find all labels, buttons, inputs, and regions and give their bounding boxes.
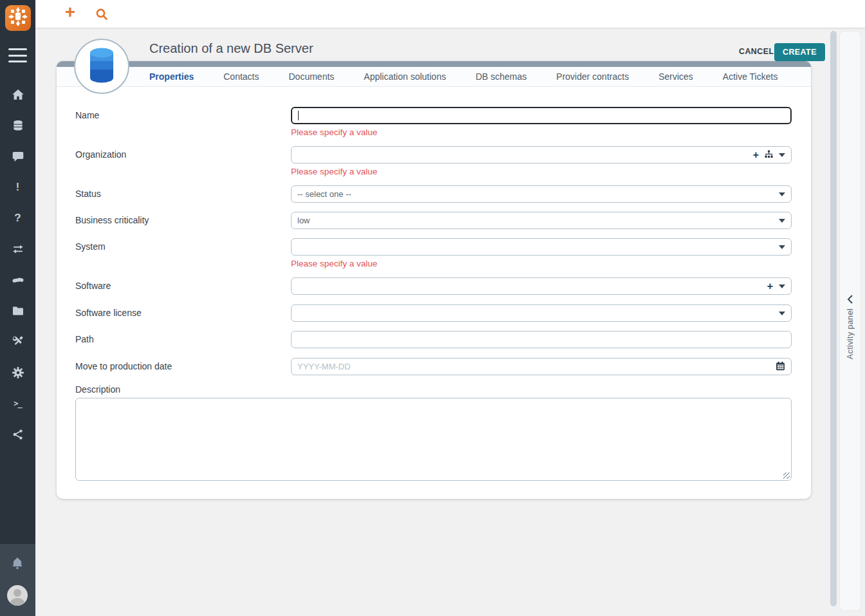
path-input[interactable]	[291, 331, 792, 348]
expand-panel-chevron-icon[interactable]	[846, 294, 854, 307]
menu-toggle-icon[interactable]	[8, 48, 27, 62]
description-textarea[interactable]	[75, 398, 792, 481]
properties-form: Name Please specify a value Organization…	[57, 87, 811, 481]
tab-services[interactable]: Services	[644, 67, 708, 86]
itop-logo-icon	[5, 4, 31, 32]
field-row-organization: Organization +	[75, 146, 792, 185]
tab-documents[interactable]: Documents	[274, 67, 349, 86]
resize-grip[interactable]	[783, 472, 790, 479]
field-row-software-license: Software license	[75, 304, 792, 322]
itop-logo[interactable]	[5, 5, 31, 31]
move-to-production-date-input[interactable]: YYYY-MM-DD	[291, 358, 792, 375]
activity-panel-collapsed[interactable]: Activity panel	[839, 31, 861, 611]
add-icon[interactable]: +	[61, 2, 79, 23]
system-error: Please specify a value	[291, 259, 792, 270]
description-field	[75, 398, 792, 481]
notifications-bell-icon[interactable]	[10, 556, 24, 573]
status-label: Status	[75, 185, 291, 203]
field-row-move-to-production-date: Move to production date YYYY-MM-DD	[75, 358, 792, 375]
software-input[interactable]: +	[291, 277, 792, 295]
cancel-button[interactable]: CANCEL	[735, 46, 777, 57]
description-label: Description	[75, 384, 792, 395]
tab-db-schemas[interactable]: DB schemas	[461, 67, 541, 86]
system-select[interactable]	[291, 238, 792, 256]
share-icon[interactable]	[12, 428, 24, 441]
scrollbar-track	[830, 31, 837, 616]
tab-application-solutions[interactable]: Application solutions	[349, 67, 461, 86]
chevron-down-icon[interactable]	[779, 312, 785, 315]
database-icon[interactable]	[12, 119, 24, 132]
add-link-icon[interactable]: +	[767, 282, 773, 291]
organization-label: Organization	[75, 146, 291, 185]
organization-error: Please specify a value	[291, 167, 792, 178]
handshake-icon[interactable]	[12, 274, 24, 286]
name-label: Name	[75, 107, 291, 146]
card-top-accent-bar	[57, 61, 811, 67]
field-row-status: Status -- select one --	[75, 185, 792, 203]
business-criticality-value: low	[297, 216, 310, 225]
gear-icon[interactable]	[12, 366, 24, 379]
sidebar: ! ?	[0, 0, 35, 616]
chevron-down-icon[interactable]	[779, 285, 785, 288]
calendar-icon[interactable]	[776, 361, 785, 373]
home-icon[interactable]	[12, 88, 24, 101]
database-object-icon	[86, 46, 117, 86]
sidebar-user-section	[0, 544, 35, 616]
exclamation-icon[interactable]: !	[12, 181, 24, 194]
field-row-path: Path	[75, 331, 792, 348]
business-criticality-select[interactable]: low	[291, 212, 792, 229]
tab-provider-contracts[interactable]: Provider contracts	[541, 67, 644, 86]
activity-panel-label: Activity panel	[846, 308, 855, 359]
path-label: Path	[75, 331, 291, 348]
comments-icon[interactable]	[12, 150, 24, 163]
name-input[interactable]	[291, 107, 792, 124]
search-icon[interactable]	[95, 8, 108, 21]
move-to-production-date-label: Move to production date	[75, 358, 291, 375]
top-bar: +	[35, 0, 865, 28]
tab-contacts[interactable]: Contacts	[209, 67, 274, 86]
add-link-icon[interactable]: +	[753, 151, 759, 160]
transfer-arrows-icon[interactable]	[12, 243, 24, 256]
question-icon[interactable]: ?	[12, 212, 24, 225]
chevron-down-icon[interactable]	[779, 153, 785, 157]
chevron-down-icon[interactable]	[779, 192, 785, 196]
status-value: -- select one --	[297, 189, 351, 199]
text-cursor	[298, 111, 299, 120]
chevron-down-icon[interactable]	[779, 219, 785, 223]
terminal-icon[interactable]: >_	[12, 397, 24, 410]
page-title: Creation of a new DB Server	[149, 41, 313, 56]
software-license-label: Software license	[75, 304, 291, 322]
object-edit-card: Properties Contacts Documents Applicatio…	[57, 61, 811, 499]
software-label: Software	[75, 277, 291, 295]
organization-input[interactable]: +	[291, 146, 792, 163]
tools-icon[interactable]	[12, 335, 24, 348]
tab-active-tickets[interactable]: Active Tickets	[708, 67, 793, 86]
scrollbar-thumb[interactable]	[830, 31, 837, 606]
business-criticality-label: Business criticality	[75, 212, 291, 229]
user-avatar[interactable]	[7, 585, 28, 606]
field-row-software: Software +	[75, 277, 792, 295]
folder-icon[interactable]	[12, 304, 24, 317]
date-placeholder: YYYY-MM-DD	[297, 362, 351, 371]
create-button[interactable]: CREATE	[774, 43, 825, 61]
tab-properties[interactable]: Properties	[135, 67, 209, 86]
software-license-select[interactable]	[291, 304, 792, 322]
chevron-down-icon[interactable]	[779, 245, 785, 249]
hierarchy-icon[interactable]	[765, 150, 773, 160]
field-row-business-criticality: Business criticality low	[75, 212, 792, 229]
name-error: Please specify a value	[291, 127, 792, 138]
field-row-system: System Please specify a value	[75, 238, 792, 277]
status-select[interactable]: -- select one --	[291, 185, 792, 203]
field-row-name: Name Please specify a value	[75, 107, 792, 146]
db-server-badge	[74, 39, 129, 94]
sidebar-menu: ! ?	[0, 88, 35, 441]
tab-bar: Properties Contacts Documents Applicatio…	[57, 67, 811, 87]
system-label: System	[75, 238, 291, 277]
